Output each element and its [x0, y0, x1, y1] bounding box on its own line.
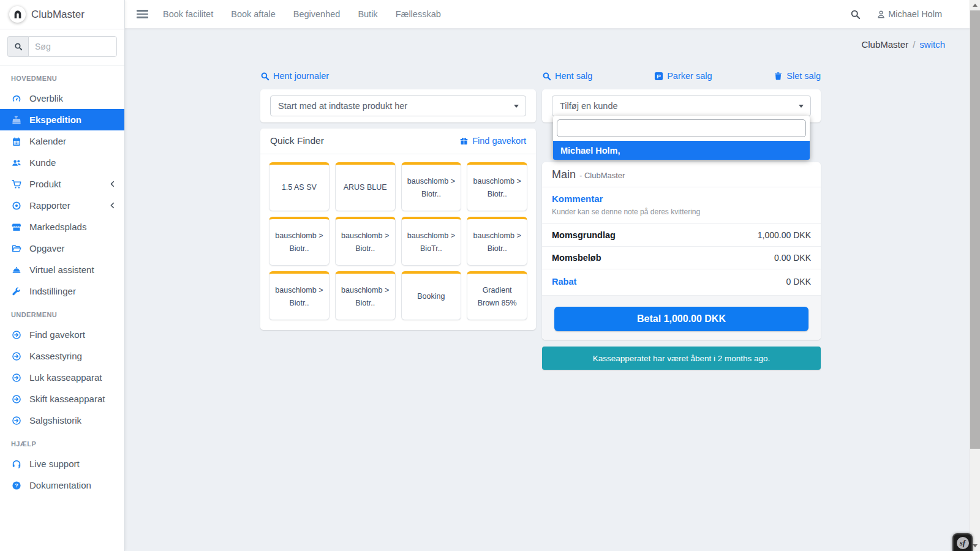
sidebar-item-kunde[interactable]: Kunde [0, 152, 124, 173]
topnav-book-aftale[interactable]: Book aftale [231, 9, 276, 19]
customer-search-input[interactable] [557, 119, 806, 137]
sidebar-item-markedsplads[interactable]: Markedsplads [0, 216, 124, 238]
svg-text:?: ? [15, 482, 18, 489]
pay-button[interactable]: Betal 1,000.00 DKK [554, 307, 809, 331]
sidebar-search-input[interactable] [28, 36, 117, 57]
topnav-begivenhed[interactable]: Begivenhed [293, 9, 341, 19]
arrow-circle-icon [11, 394, 22, 404]
scrollbar-thumb[interactable] [970, 10, 980, 449]
sidebar-section-hjaelp: HJÆLP [0, 431, 124, 453]
product-tile[interactable]: Booking [401, 271, 462, 320]
sidebar-section-hovedmenu: HOVEDMENU [0, 66, 124, 88]
comment-section: Kommentar Kunder kan se denne note på de… [542, 187, 821, 224]
sidebar-item-label: Salgshistorik [29, 415, 81, 425]
search-icon [542, 72, 551, 81]
bullseye-icon [11, 201, 22, 211]
sidebar-item-label: Indstillinger [29, 286, 76, 296]
gift-icon [459, 137, 469, 146]
sidebar-item-label: Ekspedition [29, 114, 81, 125]
hent-salg-link[interactable]: Hent salg [542, 71, 592, 81]
quick-finder-header: Quick Finder Find gavekort [260, 129, 536, 154]
find-gavekort-link[interactable]: Find gavekort [459, 136, 526, 146]
journal-actions: Hent journaler [260, 69, 536, 83]
register-footer: Betal 1,000.00 DKK [542, 296, 821, 340]
vat-amount-value: 0.00 DKK [774, 253, 811, 263]
search-icon[interactable] [850, 9, 861, 20]
product-select-card: Start med at indtaste produkt her [260, 89, 536, 122]
sidebar-item-dokumentation[interactable]: ? Dokumentation [0, 474, 124, 496]
cart-icon [11, 179, 22, 189]
clubmaster-pos-screen: ClubMaster HOVEDMENU Overblik Ekspeditio… [0, 0, 980, 551]
customer-option-michael-holm[interactable]: Michael Holm, [553, 141, 810, 160]
sidebar-item-overblik[interactable]: Overblik [0, 88, 124, 109]
product-tile[interactable]: bauschlomb > Biotr.. [335, 271, 396, 320]
svg-text:P: P [657, 73, 661, 80]
search-icon[interactable] [7, 36, 28, 57]
topnav-book-facilitet[interactable]: Book facilitet [163, 9, 213, 19]
sidebar-item-kalender[interactable]: Kalender [0, 130, 124, 152]
product-tile[interactable]: bauschlomb > Biotr.. [335, 217, 396, 266]
sidebar-item-kassestyring[interactable]: Kassestyring [0, 345, 124, 367]
symfony-profiler-badge[interactable]: sf [952, 533, 973, 551]
sidebar-item-luk-kasseapparat[interactable]: Luk kasseapparat [0, 367, 124, 388]
vat-amount-label: Momsbeløb [552, 253, 601, 263]
customer-select[interactable]: Tilføj en kunde [552, 96, 811, 116]
product-tile[interactable]: bauschlomb > Biotr.. [467, 217, 527, 266]
app-logo[interactable]: ClubMaster [0, 0, 124, 29]
headset-icon [11, 459, 22, 469]
sidebar-item-virtuel-assistent[interactable]: Virtuel assistent [0, 259, 124, 280]
hent-journaler-link[interactable]: Hent journaler [260, 71, 329, 81]
sidebar-item-produkt[interactable]: Produkt [0, 173, 124, 195]
comment-link[interactable]: Kommentar [552, 193, 603, 204]
sidebar-section-undermenu: UNDERMENU [0, 302, 124, 324]
sidebar-item-salgshistorik[interactable]: Salgshistorik [0, 410, 124, 431]
slet-salg-link[interactable]: Slet salg [774, 71, 821, 81]
vat-base-label: Momsgrundlag [552, 230, 616, 240]
sidebar-item-label: Opgaver [29, 243, 65, 253]
breadcrumb-switch-link[interactable]: switch [919, 39, 945, 50]
sidebar-item-opgaver[interactable]: Opgaver [0, 238, 124, 259]
product-tile[interactable]: ARUS BLUE [335, 162, 396, 211]
app-title: ClubMaster [31, 9, 85, 21]
breadcrumb-separator: / [913, 39, 915, 50]
arrow-circle-icon [11, 416, 22, 425]
register-header: Main - ClubMaster [542, 162, 821, 187]
product-select[interactable]: Start med at indtaste produkt her [270, 96, 526, 116]
parking-icon: P [654, 72, 663, 81]
calendar-icon [11, 137, 22, 146]
storefront-icon [11, 222, 22, 232]
product-tile[interactable]: bauschlomb > Biotr.. [269, 217, 330, 266]
sidebar-item-live-support[interactable]: Live support [0, 453, 124, 474]
sidebar-item-find-gavekort[interactable]: Find gavekort [0, 324, 124, 345]
sidebar-item-skift-kasseapparat[interactable]: Skift kasseapparat [0, 388, 124, 410]
sidebar-item-ekspedition[interactable]: Ekspedition [0, 109, 124, 130]
user-menu[interactable]: Michael Holm [876, 9, 942, 19]
page-scrollbar[interactable] [970, 0, 980, 551]
sidebar-item-rapporter[interactable]: Rapporter [0, 195, 124, 216]
arrow-circle-icon [11, 351, 22, 361]
topnav-faellesskab[interactable]: Fællesskab [396, 9, 441, 19]
topnav-butik[interactable]: Butik [358, 9, 377, 19]
sidebar-item-label: Kunde [29, 157, 56, 168]
cash-register-icon [11, 115, 22, 125]
hamburger-menu-icon[interactable] [137, 10, 148, 18]
sidebar-item-label: Virtuel assistent [29, 264, 94, 275]
product-tile[interactable]: bauschlomb > Biotr.. [401, 162, 462, 211]
quick-finder-title: Quick Finder [270, 135, 324, 146]
trash-icon [774, 72, 783, 81]
scroll-down-arrow-icon[interactable] [973, 544, 978, 547]
discount-link[interactable]: Rabat [552, 277, 576, 287]
scroll-up-arrow-icon[interactable] [973, 4, 978, 7]
sidebar-item-indstillinger[interactable]: Indstillinger [0, 280, 124, 302]
discount-row: Rabat 0 DKK [542, 269, 821, 296]
product-tile[interactable]: bauschlomb > Biotr.. [269, 271, 330, 320]
product-tile[interactable]: bauschlomb > BioTr.. [401, 217, 462, 266]
product-tile[interactable]: Gradient Brown 85% [467, 271, 527, 320]
product-tile[interactable]: bauschlomb > Biotr.. [467, 162, 527, 211]
register-card: Main - ClubMaster Kommentar Kunder kan s… [542, 162, 821, 340]
sidebar-item-label: Markedsplads [29, 222, 86, 232]
app-logo-icon [9, 6, 26, 23]
product-tile[interactable]: 1.5 AS SV [269, 162, 330, 211]
parker-salg-link[interactable]: P Parker salg [654, 71, 712, 81]
discount-value: 0 DKK [786, 277, 811, 287]
